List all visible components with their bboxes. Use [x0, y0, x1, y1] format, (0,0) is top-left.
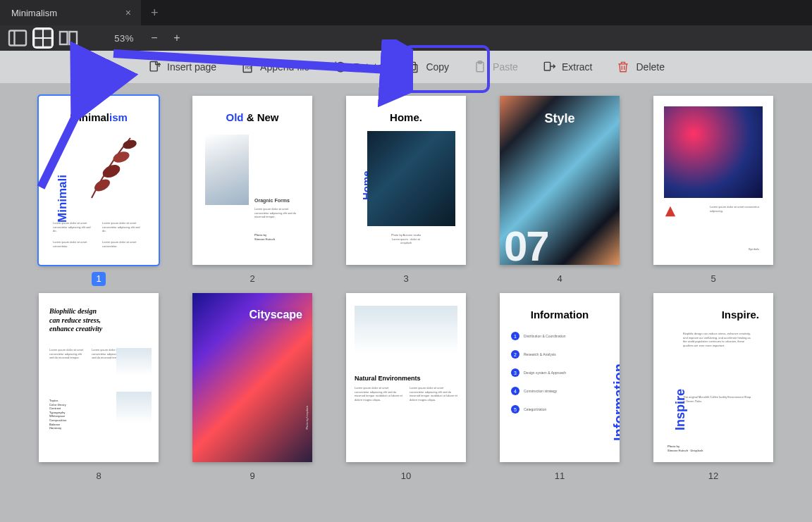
- bullet-text: Research & Analysis: [524, 352, 580, 357]
- page-thumbnail[interactable]: Information Information 1Distribution & …: [500, 293, 620, 462]
- paste-icon: [473, 60, 487, 74]
- page-title: Inspire.: [653, 309, 773, 321]
- zoom-control: 53% − +: [110, 32, 183, 44]
- svg-point-26: [111, 149, 130, 164]
- page-cell: Biophilic design can reduce stress, enha…: [39, 293, 159, 483]
- page-cell: Home. Home Photo by Autumn studioLorem i…: [346, 96, 466, 286]
- tab-title: Minimalism: [11, 8, 57, 18]
- append-file-button[interactable]: PDF Append file: [236, 57, 314, 77]
- page-title: Home.: [346, 111, 466, 123]
- page-cell: Natural Environments Lorem ipsum dolor s…: [346, 293, 466, 483]
- copy-icon: [406, 60, 420, 74]
- svg-marker-28: [665, 206, 675, 216]
- extract-icon: [542, 60, 556, 74]
- view-toolbar: 53% − +: [0, 25, 812, 51]
- page-subtitle: Oragnic Forms: [254, 198, 290, 203]
- rotate-button[interactable]: Rotate: [329, 57, 386, 77]
- svg-rect-5: [44, 39, 50, 45]
- page-thumbnail[interactable]: Biophilic design can reduce stress, enha…: [39, 293, 159, 462]
- page-subtitle: Natural Environments: [355, 375, 421, 382]
- page-cell: Information Information 1Distribution & …: [500, 293, 620, 483]
- svg-rect-16: [411, 65, 417, 73]
- bullet-text: Categorization: [524, 407, 580, 412]
- page-cell: Minimalism Minimali Lorem ipsum dolor si…: [39, 96, 159, 286]
- pages-grid: Minimalism Minimali Lorem ipsum dolor si…: [0, 96, 812, 483]
- page-side-text: Information: [611, 363, 620, 441]
- svg-rect-3: [44, 31, 50, 37]
- copy-button[interactable]: Copy: [402, 57, 453, 77]
- svg-rect-0: [9, 31, 26, 46]
- page-side-text: Minimali: [56, 175, 70, 223]
- bullet-number: 2: [511, 350, 519, 359]
- svg-text:PDF: PDF: [245, 66, 252, 70]
- page-number: 12: [706, 469, 720, 483]
- page-big-number: 07: [504, 222, 548, 265]
- new-tab-button[interactable]: +: [151, 6, 159, 20]
- page-number: 10: [399, 469, 413, 483]
- page-cell: Style 07 4: [500, 96, 620, 286]
- page-number: 8: [92, 469, 106, 483]
- paste-label: Paste: [493, 61, 518, 73]
- page-thumbnail[interactable]: Cityscape Photo by Unsplash: [192, 293, 312, 462]
- bullet-text: Construction strategy: [524, 389, 580, 394]
- page-title: Information: [500, 309, 620, 321]
- delete-button[interactable]: Delete: [612, 57, 668, 77]
- sidebar-view-icon[interactable]: [7, 27, 28, 49]
- page-thumbnail[interactable]: Minimalism Minimali Lorem ipsum dolor si…: [39, 96, 159, 265]
- paste-button: Paste: [469, 57, 522, 77]
- extract-label: Extract: [562, 61, 593, 73]
- svg-rect-20: [544, 62, 550, 70]
- svg-rect-4: [36, 39, 42, 45]
- svg-rect-6: [60, 32, 68, 44]
- bullet-number: 1: [511, 332, 519, 340]
- page-cell: Lorem ipsum dolor sit amet consectetur a…: [653, 96, 773, 286]
- extract-button[interactable]: Extract: [538, 57, 597, 77]
- zoom-value[interactable]: 53%: [110, 33, 138, 44]
- page-number: 9: [245, 469, 259, 483]
- logo-mark-icon: [664, 205, 677, 218]
- page-number[interactable]: 1: [92, 272, 106, 286]
- svg-rect-17: [410, 62, 416, 70]
- leaf-illustration: [78, 128, 148, 212]
- trash-icon: [616, 60, 630, 74]
- close-icon[interactable]: ×: [125, 7, 131, 18]
- page-toolbar: Insert page PDF Append file Rotate Copy …: [0, 51, 812, 83]
- zoom-in-button[interactable]: +: [171, 32, 183, 44]
- zoom-out-button[interactable]: −: [148, 32, 161, 44]
- two-page-view-icon[interactable]: [58, 27, 79, 49]
- delete-label: Delete: [636, 61, 664, 73]
- page-thumbnail[interactable]: Home. Home Photo by Autumn studioLorem i…: [346, 96, 466, 265]
- page-title-part: Minimal: [70, 111, 109, 123]
- page-thumbnail[interactable]: Lorem ipsum dolor sit amet consectetur a…: [653, 96, 773, 265]
- bullet-number: 5: [511, 405, 519, 414]
- svg-point-25: [101, 162, 122, 180]
- svg-rect-7: [70, 32, 78, 44]
- page-title: Cityscape: [192, 309, 312, 321]
- page-number: 5: [706, 272, 720, 286]
- page-thumbnail[interactable]: Natural Environments Lorem ipsum dolor s…: [346, 293, 466, 462]
- page-thumbnail[interactable]: Style 07: [500, 96, 620, 265]
- bullet-number: 3: [511, 368, 519, 377]
- insert-page-button[interactable]: Insert page: [143, 57, 221, 77]
- svg-rect-2: [36, 31, 42, 37]
- page-heading: Biophilic design can reduce stress, enha…: [49, 307, 106, 334]
- page-cell: Old & New Oragnic Forms Lorem ipsum dolo…: [192, 96, 312, 286]
- grid-view-icon[interactable]: [32, 27, 54, 49]
- page-title-part: ism: [109, 111, 128, 123]
- page-title-part: Old: [226, 111, 243, 123]
- append-file-icon: PDF: [240, 60, 254, 74]
- append-file-label: Append file: [260, 61, 309, 73]
- page-title-part: & New: [243, 111, 278, 123]
- page-number: 3: [399, 272, 413, 286]
- page-title: Style: [500, 111, 620, 126]
- bullet-text: Distribution & Coordination: [524, 334, 580, 339]
- page-thumbnail[interactable]: Inspire. Inspire Biophilic design can re…: [653, 293, 773, 462]
- page-cell: Cityscape Photo by Unsplash 9: [192, 293, 312, 483]
- svg-point-27: [122, 139, 137, 151]
- insert-page-icon: [147, 60, 161, 74]
- document-tab[interactable]: Minimalism ×: [0, 0, 141, 25]
- page-cell: Inspire. Inspire Biophilic design can re…: [653, 293, 773, 483]
- rotate-label: Rotate: [353, 61, 382, 73]
- bullet-text: Design system & Approach: [524, 371, 580, 375]
- page-thumbnail[interactable]: Old & New Oragnic Forms Lorem ipsum dolo…: [192, 96, 312, 265]
